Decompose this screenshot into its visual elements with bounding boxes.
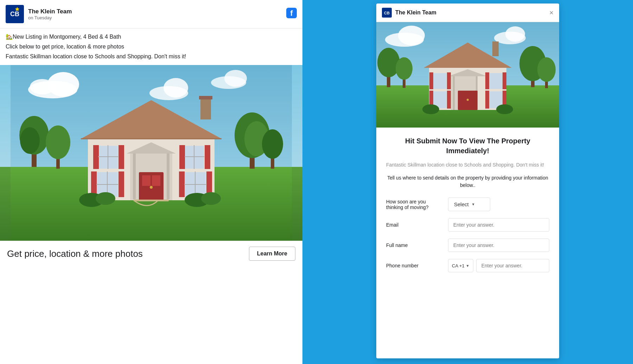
- cb-logo-container: CB: [6, 5, 24, 23]
- svg-rect-36: [93, 145, 99, 169]
- svg-point-12: [224, 70, 247, 87]
- right-panel: CB The Klein Team ×: [302, 0, 633, 364]
- svg-point-58: [96, 192, 115, 205]
- svg-text:CB: CB: [384, 11, 390, 15]
- svg-point-34: [150, 186, 153, 189]
- phone-input[interactable]: [476, 259, 549, 272]
- svg-rect-42: [205, 145, 210, 169]
- svg-rect-56: [199, 96, 212, 99]
- country-chevron-icon: ▼: [466, 264, 469, 268]
- svg-rect-89: [447, 72, 451, 89]
- facebook-icon[interactable]: f: [286, 8, 297, 21]
- svg-rect-91: [485, 72, 489, 89]
- post-line-1: 🏡New Listing in Montgomery, 4 Bed & 4 Ba…: [6, 33, 297, 41]
- form-header: CB The Klein Team ×: [376, 4, 559, 22]
- moving-label: How soon are you thinking of moving?: [386, 199, 442, 210]
- svg-rect-90: [489, 73, 502, 89]
- svg-point-73: [396, 57, 413, 80]
- brand-name: The Klein Team: [28, 8, 286, 15]
- svg-point-99: [422, 104, 439, 114]
- phone-input-group: CA +1 ▼: [448, 259, 549, 272]
- svg-point-16: [20, 127, 40, 154]
- post-meta: The Klein Team on Tuesday: [28, 8, 286, 20]
- chevron-down-icon: ▼: [472, 202, 475, 206]
- svg-rect-33: [152, 175, 160, 186]
- email-label: Email: [386, 222, 442, 228]
- svg-point-68: [505, 26, 525, 42]
- post-header: CB The Klein Team on Tuesday f: [0, 0, 302, 28]
- house-photo: [0, 65, 302, 241]
- phone-label: Phone number: [386, 263, 442, 268]
- svg-text:f: f: [290, 9, 293, 18]
- svg-rect-55: [200, 97, 211, 119]
- select-label: Select: [454, 201, 469, 207]
- svg-rect-51: [179, 171, 185, 197]
- moving-select-button[interactable]: Select ▼: [448, 197, 490, 211]
- svg-rect-29: [167, 154, 170, 199]
- svg-rect-97: [485, 91, 489, 109]
- svg-point-60: [201, 192, 221, 205]
- svg-point-100: [496, 104, 513, 114]
- cb-logo-svg: CB: [6, 5, 24, 23]
- svg-rect-80: [492, 41, 499, 56]
- moving-row: How soon are you thinking of moving? Sel…: [386, 197, 549, 211]
- post-image: [0, 65, 302, 241]
- email-row: Email: [386, 218, 549, 232]
- svg-point-18: [46, 125, 70, 159]
- country-code-label: CA +1: [452, 263, 465, 268]
- form-house-svg: [376, 22, 559, 128]
- close-button[interactable]: ×: [549, 9, 554, 16]
- svg-rect-32: [142, 175, 151, 186]
- svg-point-86: [467, 99, 469, 101]
- form-cb-logo: CB: [382, 8, 392, 18]
- form-hero-image: [376, 22, 559, 128]
- svg-point-77: [537, 57, 556, 82]
- fullname-row: Full name: [386, 239, 549, 252]
- post-text-block: 🏡New Listing in Montgomery, 4 Bed & 4 Ba…: [0, 28, 302, 65]
- email-input[interactable]: [448, 218, 549, 232]
- country-code-button[interactable]: CA +1 ▼: [448, 259, 473, 272]
- svg-rect-61: [134, 200, 169, 201]
- svg-rect-92: [503, 72, 506, 89]
- svg-rect-88: [429, 72, 433, 89]
- learn-more-button[interactable]: Learn More: [249, 247, 295, 261]
- svg-point-8: [30, 79, 55, 95]
- svg-rect-95: [447, 91, 451, 109]
- footer-cta-text: Get price, location & more photos: [7, 248, 143, 259]
- svg-point-66: [398, 26, 425, 45]
- fullname-label: Full name: [386, 242, 442, 248]
- post-day: on Tuesday: [28, 15, 286, 20]
- form-instructions: Tell us where to send details on the pro…: [386, 174, 549, 189]
- svg-rect-82: [453, 76, 455, 110]
- form-card: CB The Klein Team ×: [376, 4, 559, 358]
- form-brand: CB The Klein Team: [382, 8, 436, 18]
- form-subtext: Fantastic Skillman location close to Sch…: [386, 161, 549, 169]
- form-headline: Hit Submit Now To View The Property Imme…: [386, 136, 549, 156]
- house-svg: [0, 65, 302, 241]
- fullname-input[interactable]: [448, 239, 549, 252]
- svg-rect-47: [119, 171, 124, 197]
- left-panel: CB The Klein Team on Tuesday f 🏡New List…: [0, 0, 302, 364]
- svg-rect-28: [133, 154, 136, 199]
- form-body: Hit Submit Now To View The Property Imme…: [376, 128, 559, 288]
- post-footer: Get price, location & more photos Learn …: [0, 241, 302, 266]
- post-line-2: Click below to get price, location & mor…: [6, 43, 297, 51]
- svg-rect-87: [433, 73, 447, 89]
- svg-rect-41: [179, 145, 185, 169]
- svg-point-10: [164, 78, 188, 98]
- phone-row: Phone number CA +1 ▼: [386, 259, 549, 272]
- post-line-3: Fantastic Skillman location close to Sch…: [6, 52, 297, 61]
- svg-rect-37: [119, 145, 124, 169]
- form-brand-name: The Klein Team: [395, 9, 436, 16]
- svg-text:CB: CB: [10, 11, 19, 18]
- svg-point-23: [262, 129, 283, 159]
